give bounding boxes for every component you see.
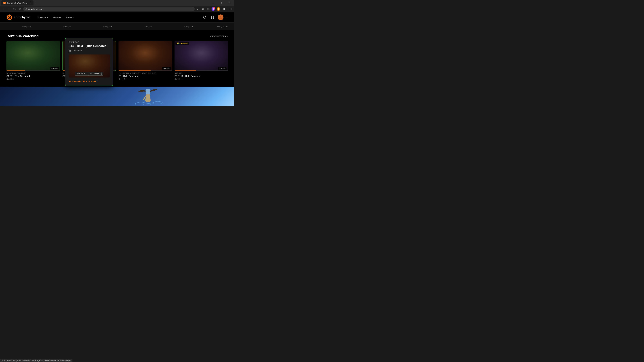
time-left-sao: 22m left [50,67,59,70]
cards-container: 22m left SWORD ART ONLINE S1 E2 - [Title… [6,41,228,84]
home-button[interactable] [18,7,22,11]
minimize-button[interactable]: ─ [210,0,217,6]
continue-watching-button[interactable]: CONTINUE S14 E1093 [68,80,110,83]
card-episode-sao: S1 E2 - [Title Censored] [6,75,60,77]
svg-marker-21 [69,80,70,82]
crown-icon: 👑 [176,42,179,44]
extension-menu-icon[interactable] [222,7,226,11]
progress-bar-naruto [174,70,228,71]
card-thumbnail-fma: 24m left [118,41,172,71]
tab-favicon [3,1,6,4]
svg-rect-17 [69,50,71,52]
active-tab[interactable]: Crunchyroll: Watch Popular Ani... ✕ [1,0,34,5]
subdub-item-3[interactable]: Sub | Dub [88,25,128,28]
card-fma[interactable]: 24m left FULLMETAL ALCHEMIST: BROTHERHOO… [118,41,172,80]
window-controls: ─ □ ✕ [210,0,233,6]
section-header: Continue Watching VIEW HISTORY › [6,34,228,38]
browse-dropdown-icon: ▼ [47,16,48,18]
card-sword-art-online[interactable]: 22m left SWORD ART ONLINE S1 E2 - [Title… [6,41,60,80]
progress-bar-fma [118,70,172,71]
view-history-button[interactable]: VIEW HISTORY › [210,35,228,37]
svg-rect-7 [223,9,224,10]
subdub-item-2[interactable]: Subtitled [47,25,88,28]
svg-point-9 [230,9,231,9]
security-icon [25,8,27,10]
card-info-sao: SWORD ART ONLINE S1 E2 - [Title Censored… [6,71,60,80]
card-naruto[interactable]: 👑 PREMIUM 21m left NARUTO S5 E111 - [Tit… [174,41,228,80]
hover-date: 02/10/2024 [68,49,110,52]
back-button[interactable] [1,7,6,11]
svg-point-23 [146,89,150,94]
card-series-sao: SWORD ART ONLINE [6,72,60,74]
user-ext-icon[interactable]: S 1 [211,7,216,11]
card-thumbnail-naruto: 👑 PREMIUM 21m left [174,41,228,71]
subdub-item-4[interactable]: Subtitled [128,25,168,28]
svg-rect-1 [26,9,27,10]
thumb-bg-fma [118,41,172,71]
tab-title: Crunchyroll: Watch Popular Ani... [7,2,28,4]
tab-close-button[interactable]: ✕ [29,1,32,4]
star-icon[interactable] [201,7,205,11]
bookmark-button[interactable] [210,15,215,20]
search-button[interactable] [202,15,207,20]
address-text: crunchyroll.com [28,8,193,10]
logo-text: crunchyroll [14,15,30,19]
svg-point-15 [220,16,221,17]
section-title: Continue Watching [6,34,39,38]
card-one-piece[interactable]: ONE PIECE S14 E1093 - [Title Censored] 0… [62,41,116,80]
settings-icon[interactable] [228,7,233,11]
promotional-banner[interactable] [0,87,234,106]
card-info-fma: FULLMETAL ALCHEMIST: BROTHERHOOD E5 - [T… [118,71,172,80]
card-info-naruto: NARUTO S5 E111 - [Title Censored] Subtit… [174,71,228,80]
refresh-button[interactable] [12,7,17,11]
card-subdub-sao: Subtitled [6,78,60,80]
progress-fill-sao [6,70,25,71]
banner-character [132,88,164,106]
new-tab-button[interactable]: + [34,1,38,5]
thumb-bg-naruto [174,41,228,71]
svg-marker-3 [202,8,204,10]
user-avatar[interactable] [218,14,224,20]
subdub-item-5[interactable]: Sub | Dub [168,25,209,28]
user-dropdown-arrow[interactable]: ▼ [226,16,228,18]
news-dropdown-icon: ▼ [73,16,74,18]
maximize-button[interactable]: □ [218,0,225,6]
nav-links: Browse ▼ Games News ▼ [36,15,202,20]
hover-episode-title: S14 E1093 - [Title Censored] [68,44,110,48]
hover-tooltip: S14 E1093 - [Title Censored] [75,72,103,76]
hover-thumb: S14 E1093 - [Title Censored] [68,54,110,77]
address-bar[interactable]: crunchyroll.com [23,7,195,11]
nav-games[interactable]: Games [51,15,63,20]
card-episode-fma: E5 - [Title Censored] [118,75,172,77]
profile-ext-icon[interactable]: J [216,7,221,11]
subdub-row: Sub | Dub Subtitled Sub | Dub Subtitled … [0,22,234,30]
close-button[interactable]: ✕ [226,0,233,6]
nav-news[interactable]: News ▼ [64,15,77,20]
svg-point-14 [204,16,206,18]
progress-bar-sao [6,70,60,71]
nav-actions: ▼ [202,14,228,20]
progress-fill-fma [118,70,150,71]
browser-chrome: Crunchyroll: Watch Popular Ani... ✕ + ─ … [0,0,234,12]
cast-icon[interactable] [196,7,200,11]
browser-titlebar: Crunchyroll: Watch Popular Ani... ✕ + ─ … [0,0,234,6]
card-subdub-fma: Dub | Sub [118,78,172,80]
cards-row: 22m left SWORD ART ONLINE S1 E2 - [Title… [6,41,228,84]
browser-toolbar: crunchyroll.com S 1 J [0,6,234,12]
continue-watching-wrapper: Continue Watching VIEW HISTORY › [0,30,234,87]
crunchyroll-app: crunchyroll Browse ▼ Games News ▼ [0,12,234,106]
card-episode-naruto: S5 E111 - [Title Censored] [174,75,228,77]
chevron-right-icon: › [227,35,228,37]
crunchyroll-logo[interactable]: crunchyroll [6,14,30,20]
svg-rect-6 [224,8,224,9]
forward-button[interactable] [7,7,11,11]
main-nav: crunchyroll Browse ▼ Games News ▼ [0,12,234,22]
card-series-naruto: NARUTO [174,72,228,74]
subdub-item-1[interactable]: Sub | Dub [6,25,47,28]
svg-point-13 [9,17,10,18]
card-thumbnail-sao: 22m left [6,41,60,71]
hover-card-one-piece: ONE PIECE S14 E1093 - [Title Censored] 0… [65,38,113,86]
controller-icon[interactable] [206,7,210,11]
nav-browse[interactable]: Browse ▼ [36,15,50,20]
thumb-bg-sao [6,41,60,71]
